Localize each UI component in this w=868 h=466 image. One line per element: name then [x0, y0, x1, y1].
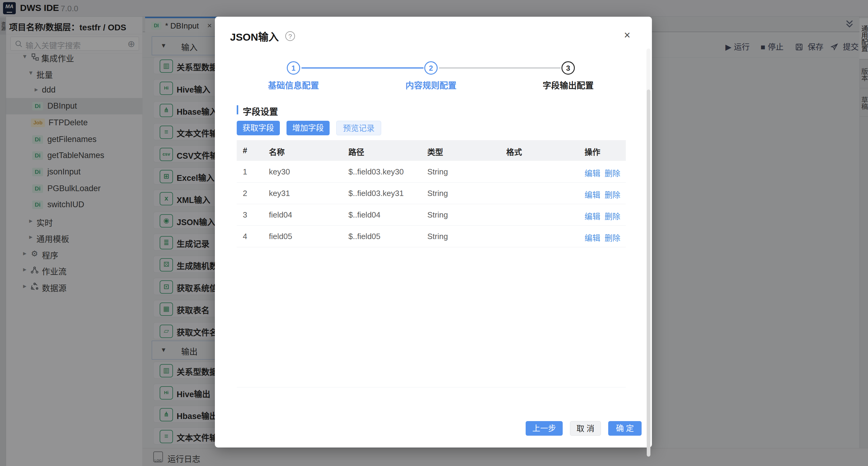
confirm-button[interactable]: 确 定: [608, 421, 642, 436]
edit-link[interactable]: 编辑: [585, 232, 600, 243]
col-type: 类型: [427, 146, 443, 157]
json-input-dialog: JSON输入 ? × 1 2 3 基础信息配置 内容规则配置 字段输出配置 字段…: [215, 17, 652, 447]
step-connector-pending: [439, 67, 561, 68]
col-index: #: [243, 146, 247, 155]
dialog-title: JSON输入: [230, 29, 279, 44]
table-row: 2 key31 $..field03.key31 String 编辑 删除: [237, 182, 626, 204]
add-field-button[interactable]: 增加字段: [286, 121, 330, 135]
modal-scrollbar-thumb[interactable]: [647, 90, 650, 457]
close-icon[interactable]: ×: [624, 29, 630, 41]
cancel-button[interactable]: 取 消: [570, 421, 601, 436]
col-name: 名称: [269, 146, 285, 157]
delete-link[interactable]: 删除: [604, 167, 620, 178]
help-icon[interactable]: ?: [285, 31, 295, 41]
delete-link[interactable]: 删除: [604, 232, 620, 243]
table-header-row: # 名称 路径 类型 格式 操作: [237, 140, 626, 161]
col-format: 格式: [506, 146, 522, 157]
table-row: 3 field04 $..field04 String 编辑 删除: [237, 204, 626, 226]
table-row: 4 field05 $..field05 String 编辑 删除: [237, 225, 626, 247]
step-1-label: 基础信息配置: [254, 79, 333, 91]
divider: [237, 387, 626, 387]
section-title: 字段设置: [243, 105, 278, 117]
step-3-label: 字段输出配置: [529, 79, 608, 91]
step-3-circle: 3: [561, 61, 575, 74]
edit-link[interactable]: 编辑: [585, 189, 600, 200]
section-accent-bar: [237, 105, 238, 114]
edit-link[interactable]: 编辑: [585, 167, 600, 178]
edit-link[interactable]: 编辑: [585, 210, 600, 221]
col-path: 路径: [348, 146, 364, 157]
preview-records-button[interactable]: 预览记录: [336, 121, 381, 135]
step-connector-done: [301, 67, 424, 68]
step-2-label: 内容规则配置: [392, 79, 470, 91]
fetch-fields-button[interactable]: 获取字段: [237, 121, 280, 135]
previous-step-button[interactable]: 上一步: [526, 421, 563, 436]
delete-link[interactable]: 删除: [604, 210, 620, 221]
step-1-circle: 1: [287, 61, 300, 74]
col-ops: 操作: [585, 146, 600, 157]
delete-link[interactable]: 删除: [604, 189, 620, 200]
step-2-circle: 2: [424, 61, 438, 74]
table-row: 1 key30 $..field03.key30 String 编辑 删除: [237, 161, 626, 183]
